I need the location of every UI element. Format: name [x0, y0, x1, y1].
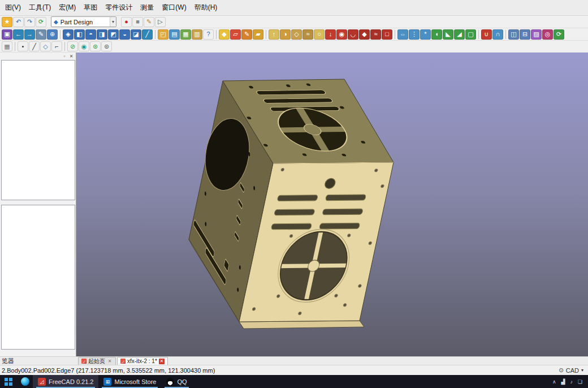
section-view-icon[interactable]: ◫: [508, 29, 519, 40]
sync-selection-icon[interactable]: ⟳: [554, 29, 564, 40]
create-body-icon[interactable]: ◆: [219, 29, 230, 40]
menu-partdesign[interactable]: 零件设计: [101, 2, 136, 15]
workbench-selector[interactable]: ◆ Part Design ▾: [51, 16, 116, 27]
whatsthis-icon[interactable]: ?: [203, 29, 214, 40]
menu-tools[interactable]: 工具(T): [25, 2, 55, 15]
start-page-icon[interactable]: ★: [2, 17, 12, 27]
menu-help[interactable]: 帮助(H): [191, 2, 222, 15]
additive-pipe-icon[interactable]: ≈: [302, 29, 313, 40]
copy-icon[interactable]: ▦: [180, 29, 191, 40]
clip-plane-icon[interactable]: ⊟: [520, 29, 530, 40]
tray-volume-icon[interactable]: ♪: [570, 379, 573, 385]
thickness-icon[interactable]: ▢: [465, 29, 476, 40]
tab-close-icon[interactable]: ✕: [107, 359, 113, 364]
subtractive-loft-icon[interactable]: ◆: [359, 29, 370, 40]
migrate-icon[interactable]: ∩: [492, 29, 503, 40]
property-editor-panel[interactable]: [1, 205, 75, 350]
chamfer-icon[interactable]: ◣: [443, 29, 453, 40]
viewport-canvas[interactable]: [76, 53, 588, 356]
taskbar-app-store[interactable]: ⊞ Microsoft Store: [98, 375, 161, 388]
dock-close-icon[interactable]: ✕: [68, 53, 74, 59]
refresh-icon[interactable]: ⟳: [36, 17, 46, 27]
external-geometry-icon[interactable]: ◉: [79, 41, 89, 51]
view-right-icon[interactable]: ◨: [97, 29, 107, 40]
paste-icon[interactable]: ▥: [192, 29, 202, 40]
boolean-operation-icon[interactable]: ∪: [481, 29, 492, 40]
model-tree-panel[interactable]: [1, 60, 75, 200]
linear-pattern-icon[interactable]: ⋮: [409, 29, 420, 40]
fillet-icon[interactable]: ◖: [431, 29, 442, 40]
nav-style-selector[interactable]: ⊙ CAD ▾: [559, 367, 588, 374]
tray-expand-icon[interactable]: ∧: [552, 379, 556, 385]
create-sketch-icon[interactable]: ▱: [230, 29, 241, 40]
view-isometric-icon[interactable]: ◈: [63, 29, 74, 40]
subtractive-primitive-icon[interactable]: □: [382, 29, 392, 40]
sketch-grid-icon[interactable]: ▦: [2, 41, 12, 51]
tab-start-page[interactable]: ◿ 起始页 ✕: [78, 357, 116, 365]
tab-document[interactable]: ◿ xfx-itx-2 : 1* ✕: [117, 357, 168, 365]
menu-view[interactable]: 图(V): [1, 2, 25, 15]
create-polyline-icon[interactable]: ⌐: [51, 41, 62, 51]
3d-viewport[interactable]: [76, 53, 588, 356]
create-point-icon[interactable]: •: [18, 41, 28, 51]
view-rear-icon[interactable]: ◩: [108, 29, 119, 40]
create-line-icon[interactable]: ╱: [29, 41, 40, 51]
polar-pattern-icon[interactable]: *: [420, 29, 431, 40]
view-top-icon[interactable]: ◓: [85, 29, 96, 40]
menu-sketch[interactable]: 草图: [80, 2, 101, 15]
create-group-icon[interactable]: ▤: [169, 29, 180, 40]
groove-icon[interactable]: ◡: [348, 29, 358, 40]
texture-view-icon[interactable]: ▨: [531, 29, 542, 40]
additive-loft-icon[interactable]: ◇: [291, 29, 302, 40]
stereo-view-icon[interactable]: ◎: [542, 29, 553, 40]
menu-measure[interactable]: 测量: [136, 2, 158, 15]
additive-primitive-icon[interactable]: ○: [314, 29, 325, 40]
create-conic-icon[interactable]: ◇: [40, 41, 51, 51]
view-forward-icon[interactable]: →: [24, 29, 35, 40]
taskbar-app-label: QQ: [177, 378, 187, 385]
subtractive-pipe-icon[interactable]: ≈: [370, 29, 381, 40]
start-button[interactable]: [0, 375, 17, 388]
edit-sketch-icon[interactable]: ✎: [241, 29, 252, 40]
freecad-logo-icon: ◿: [38, 378, 46, 386]
tray-network-icon[interactable]: ▟: [561, 379, 565, 385]
workbench-caret-icon[interactable]: ▾: [110, 17, 116, 27]
view-left-icon[interactable]: ◪: [131, 29, 141, 40]
macro-run-icon[interactable]: ▷: [155, 17, 166, 27]
revolution-icon[interactable]: ◑: [280, 29, 291, 40]
menu-macro[interactable]: 宏(M): [55, 2, 80, 15]
tab-close-icon[interactable]: ✕: [159, 359, 165, 364]
map-sketch-icon[interactable]: ▰: [253, 29, 263, 40]
macro-record-icon[interactable]: ●: [121, 17, 132, 27]
zoom-in-icon[interactable]: ⊕: [47, 29, 58, 40]
redo-icon[interactable]: ↷: [24, 17, 35, 27]
trim-edge-icon[interactable]: ⊘: [67, 41, 78, 51]
mirrored-icon[interactable]: ⇔: [397, 29, 408, 40]
dock-float-icon[interactable]: ▫: [62, 53, 67, 59]
carbon-copy-icon[interactable]: ⊛: [90, 41, 101, 51]
freecad-file-icon: ◿: [81, 359, 87, 364]
macro-edit-icon[interactable]: ✎: [144, 17, 154, 27]
sketch-tools-icon[interactable]: ⊚: [101, 41, 112, 51]
tray-notification-icon[interactable]: ❏: [578, 379, 582, 385]
hole-icon[interactable]: ◉: [336, 29, 347, 40]
nav-style-caret-icon[interactable]: ▾: [581, 368, 583, 373]
measure-icon[interactable]: ╱: [142, 29, 153, 40]
macro-stop-icon[interactable]: ■: [132, 17, 143, 27]
view-back-icon[interactable]: ←: [13, 29, 24, 40]
pocket-icon[interactable]: ↓: [325, 29, 336, 40]
edge-browser-button[interactable]: [17, 375, 33, 388]
view-fit-all-icon[interactable]: ▣: [2, 29, 12, 40]
toolbar-separator: [504, 30, 508, 39]
menu-window[interactable]: 窗口(W): [158, 2, 190, 15]
draw-style-icon[interactable]: ✎: [36, 29, 46, 40]
draft-icon[interactable]: ◢: [454, 29, 465, 40]
create-part-icon[interactable]: ◰: [158, 29, 168, 40]
taskbar-app-qq[interactable]: QQ: [161, 375, 192, 388]
pad-icon[interactable]: ↑: [269, 29, 279, 40]
view-bottom-icon[interactable]: ◒: [119, 29, 130, 40]
taskbar-app-freecad[interactable]: ◿ FreeCAD 0.21.2: [33, 375, 98, 388]
undo-icon[interactable]: ↶: [13, 17, 24, 27]
toolbar-separator: [264, 30, 268, 39]
view-front-icon[interactable]: ◧: [74, 29, 85, 40]
